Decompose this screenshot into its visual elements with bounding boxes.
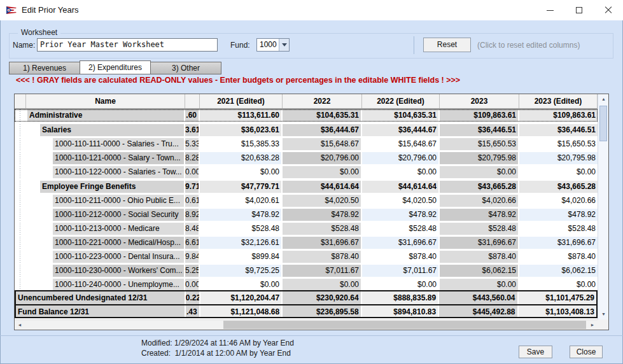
table-row[interactable]: 1000-110-121-0000 - Salary - Town...8.28… bbox=[15, 152, 598, 164]
grid-header-col[interactable]: 2021 (Edited) bbox=[200, 94, 283, 108]
editable-cell[interactable]: $888,835.89 bbox=[362, 291, 438, 304]
reset-button[interactable]: Reset bbox=[423, 38, 471, 52]
editable-cell[interactable]: $43,665.28 bbox=[519, 181, 598, 193]
editable-cell[interactable]: $0.00 bbox=[362, 166, 438, 178]
editable-cell[interactable]: $0.00 bbox=[200, 279, 281, 291]
scroll-right-icon[interactable]: ► bbox=[587, 320, 598, 330]
editable-cell[interactable]: $15,648.67 bbox=[362, 138, 438, 150]
editable-cell[interactable]: $36,446.51 bbox=[519, 124, 598, 136]
editable-cell[interactable]: $478.92 bbox=[362, 209, 438, 221]
editable-cell[interactable]: $36,023.61 bbox=[200, 124, 281, 136]
minimize-button[interactable] bbox=[535, 0, 564, 20]
editable-cell[interactable]: $878.40 bbox=[519, 251, 598, 263]
editable-cell[interactable]: $4,020.66 bbox=[519, 195, 598, 207]
table-row[interactable]: 1000-110-221-0000 - Medical/Hosp...6.61$… bbox=[15, 237, 598, 249]
editable-cell[interactable]: $31,696.67 bbox=[519, 237, 598, 249]
editable-cell[interactable]: $47,779.71 bbox=[200, 181, 281, 193]
horizontal-scroll-thumb[interactable] bbox=[223, 321, 586, 329]
readonly-cell: $528.48 bbox=[440, 223, 518, 235]
table-row[interactable]: Salaries3.61$36,023.61$36,444.67$36,444.… bbox=[15, 124, 598, 136]
editable-cell[interactable]: $478.92 bbox=[200, 209, 281, 221]
readonly-cell: $36,444.67 bbox=[283, 124, 361, 136]
tab-revenues[interactable]: 1) Revenues bbox=[9, 62, 80, 74]
editable-cell[interactable]: $1,101,475.29 bbox=[519, 291, 596, 304]
table-row[interactable]: 1000-110-211-0000 - Ohio Public E...0.61… bbox=[15, 195, 598, 207]
grid-header-col[interactable]: 2022 bbox=[283, 94, 362, 108]
editable-cell[interactable]: $15,650.53 bbox=[519, 138, 598, 150]
fund-select[interactable]: 1000 bbox=[256, 38, 290, 52]
maximize-button[interactable] bbox=[564, 0, 594, 20]
editable-cell[interactable]: $1,103,408.13 bbox=[519, 305, 596, 317]
editable-cell[interactable]: $899.84 bbox=[200, 251, 281, 263]
editable-cell[interactable]: $104,635.31 bbox=[362, 109, 438, 122]
grid-header-col[interactable]: 2023 (Edited) bbox=[519, 94, 598, 108]
table-row[interactable]: 1000-110-223-0000 - Dental Insura...9.84… bbox=[15, 251, 598, 263]
editable-cell[interactable]: $0.00 bbox=[519, 166, 598, 178]
editable-cell[interactable]: $6,062.15 bbox=[519, 265, 598, 277]
table-row[interactable]: Employee Fringe Benefits9.71$47,779.71$4… bbox=[15, 181, 598, 193]
close-button[interactable] bbox=[594, 0, 623, 20]
editable-cell[interactable]: $894,810.83 bbox=[362, 305, 438, 317]
row-name-label: 1000-110-240-0000 - Unemployme... bbox=[53, 279, 184, 291]
editable-cell[interactable]: $20,795.98 bbox=[519, 152, 598, 164]
readonly-cell: $0.00 bbox=[283, 279, 361, 291]
vertical-scroll-thumb[interactable] bbox=[599, 106, 607, 141]
editable-cell[interactable]: $528.48 bbox=[519, 223, 598, 235]
editable-cell[interactable]: $15,385.33 bbox=[200, 138, 281, 150]
editable-cell[interactable]: $36,444.67 bbox=[362, 124, 438, 136]
editable-cell[interactable]: $1,120,204.47 bbox=[200, 291, 281, 304]
readonly-cell: $31,696.67 bbox=[283, 237, 361, 249]
editable-cell[interactable]: $9,725.25 bbox=[200, 265, 281, 277]
editable-cell[interactable]: $528.48 bbox=[362, 223, 438, 235]
editable-cell[interactable]: $20,638.28 bbox=[200, 152, 281, 164]
editable-cell[interactable]: $20,796.00 bbox=[362, 152, 438, 164]
scrollbar-corner bbox=[598, 319, 608, 330]
table-row[interactable]: 1000-110-240-0000 - Unemployme...0.00$0.… bbox=[15, 279, 598, 291]
editable-cell[interactable]: $0.00 bbox=[519, 279, 598, 291]
grid-header-name[interactable]: Name bbox=[26, 94, 185, 108]
readonly-cell: $6,062.15 bbox=[440, 265, 518, 277]
table-row[interactable]: 1000-110-212-0000 - Social Security8.92$… bbox=[15, 209, 598, 221]
summary-row[interactable]: Unencumbered Undesignated 12/310.22$1,12… bbox=[16, 291, 596, 304]
editable-cell[interactable]: $44,614.64 bbox=[362, 181, 438, 193]
tab-expenditures[interactable]: 2) Expenditures bbox=[80, 60, 151, 74]
grid-header-partial[interactable] bbox=[185, 94, 200, 108]
worksheet-name-input[interactable]: Prior Year Master Worksheet bbox=[37, 38, 218, 52]
editable-cell[interactable]: $878.40 bbox=[362, 251, 438, 263]
editable-cell[interactable]: $0.00 bbox=[362, 279, 438, 291]
horizontal-scrollbar[interactable]: ◄ ► bbox=[15, 319, 598, 330]
table-row[interactable]: 1000-110-213-0000 - Medicare8.48$528.48$… bbox=[15, 223, 598, 235]
tab-other[interactable]: 3) Other bbox=[150, 62, 221, 74]
summary-row[interactable]: Fund Balance 12/31.43$1,121,048.68$236,8… bbox=[16, 304, 596, 317]
editable-cell[interactable]: $109,863.61 bbox=[519, 109, 598, 122]
vertical-scrollbar[interactable]: ▲ ▼ bbox=[598, 94, 608, 319]
table-row[interactable]: 1000-110-122-0000 - Salaries - Tow...0.0… bbox=[15, 166, 598, 178]
tree-indent bbox=[15, 109, 27, 122]
grid-body: Administrative.60$113,611.60$104,635.31$… bbox=[15, 109, 598, 291]
editable-cell[interactable]: $31,696.67 bbox=[362, 237, 438, 249]
editable-cell[interactable]: $4,020.61 bbox=[200, 195, 281, 207]
table-row[interactable]: 1000-110-230-0000 - Workers' Com...5.25$… bbox=[15, 265, 598, 277]
editable-cell[interactable]: $113,611.60 bbox=[200, 109, 281, 122]
table-row[interactable]: Administrative.60$113,611.60$104,635.31$… bbox=[15, 109, 598, 122]
scroll-down-icon[interactable]: ▼ bbox=[598, 309, 609, 319]
close-dialog-button[interactable]: Close bbox=[570, 346, 603, 358]
editable-cell[interactable]: $32,126.61 bbox=[200, 237, 281, 249]
save-button[interactable]: Save bbox=[519, 346, 552, 358]
editable-cell[interactable]: $528.48 bbox=[200, 223, 281, 235]
fund-dropdown-button[interactable] bbox=[279, 39, 289, 51]
readonly-cell: $104,635.31 bbox=[283, 109, 361, 122]
editable-cell[interactable]: $1,121,048.68 bbox=[200, 305, 281, 317]
worksheet-group-label: Worksheet bbox=[18, 28, 60, 37]
editable-cell[interactable]: $478.92 bbox=[519, 209, 598, 221]
scroll-up-icon[interactable]: ▲ bbox=[598, 94, 609, 104]
readonly-cell: 8.48 bbox=[185, 223, 199, 235]
scroll-left-icon[interactable]: ◄ bbox=[15, 320, 25, 330]
editable-cell[interactable]: $0.00 bbox=[200, 166, 281, 178]
toolbar-separator bbox=[414, 36, 414, 54]
table-row[interactable]: 1000-110-111-0000 - Salaries - Tru...5.3… bbox=[15, 138, 598, 150]
grid-header-col[interactable]: 2023 bbox=[440, 94, 519, 108]
grid-header-col[interactable]: 2022 (Edited) bbox=[362, 94, 440, 108]
editable-cell[interactable]: $7,011.67 bbox=[362, 265, 438, 277]
editable-cell[interactable]: $4,020.50 bbox=[362, 195, 438, 207]
